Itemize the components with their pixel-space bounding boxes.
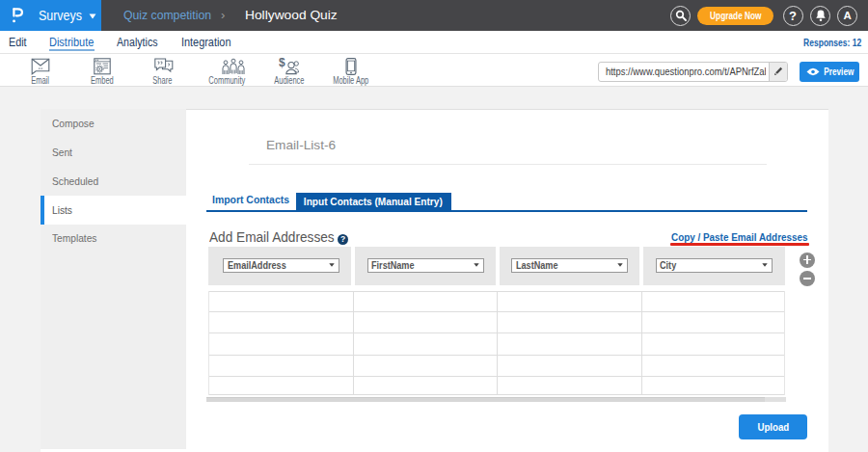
svg-text:$: $: [279, 56, 285, 69]
